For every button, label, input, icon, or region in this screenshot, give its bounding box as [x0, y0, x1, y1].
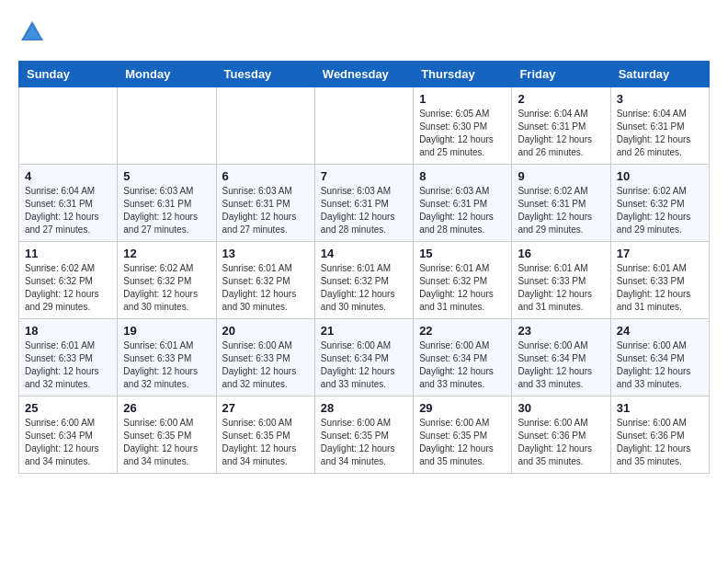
day-number: 21 [321, 324, 407, 338]
calendar-cell: 10Sunrise: 6:02 AM Sunset: 6:32 PM Dayli… [610, 165, 709, 242]
calendar-cell [19, 87, 118, 165]
calendar-cell: 11Sunrise: 6:02 AM Sunset: 6:32 PM Dayli… [19, 242, 118, 319]
day-info: Sunrise: 6:03 AM Sunset: 6:31 PM Dayligh… [222, 185, 309, 236]
day-info: Sunrise: 6:03 AM Sunset: 6:31 PM Dayligh… [419, 185, 506, 236]
calendar-cell: 31Sunrise: 6:00 AM Sunset: 6:36 PM Dayli… [610, 396, 709, 474]
calendar-table: SundayMondayTuesdayWednesdayThursdayFrid… [18, 61, 710, 474]
day-info: Sunrise: 6:01 AM Sunset: 6:32 PM Dayligh… [222, 262, 309, 314]
day-number: 23 [518, 324, 604, 338]
day-number: 15 [419, 247, 506, 260]
calendar-cell: 22Sunrise: 6:00 AM Sunset: 6:34 PM Dayli… [414, 319, 512, 396]
day-info: Sunrise: 6:00 AM Sunset: 6:36 PM Dayligh… [617, 417, 703, 468]
day-number: 26 [123, 401, 210, 415]
calendar-cell: 4Sunrise: 6:04 AM Sunset: 6:31 PM Daylig… [19, 165, 118, 242]
calendar-cell [118, 87, 216, 165]
day-number: 14 [321, 247, 407, 260]
logo-icon [18, 18, 46, 46]
calendar-header-wednesday: Wednesday [314, 62, 413, 87]
logo [18, 18, 50, 46]
day-number: 12 [123, 247, 210, 260]
day-info: Sunrise: 6:00 AM Sunset: 6:34 PM Dayligh… [321, 339, 407, 391]
calendar-cell [216, 87, 314, 165]
calendar-cell: 23Sunrise: 6:00 AM Sunset: 6:34 PM Dayli… [512, 319, 610, 396]
day-info: Sunrise: 6:00 AM Sunset: 6:35 PM Dayligh… [321, 417, 407, 468]
day-number: 29 [419, 401, 506, 415]
calendar-cell: 25Sunrise: 6:00 AM Sunset: 6:34 PM Dayli… [19, 396, 118, 474]
calendar-header-row: SundayMondayTuesdayWednesdayThursdayFrid… [19, 62, 710, 87]
calendar-cell: 26Sunrise: 6:00 AM Sunset: 6:35 PM Dayli… [118, 396, 216, 474]
calendar-cell: 13Sunrise: 6:01 AM Sunset: 6:32 PM Dayli… [216, 242, 314, 319]
calendar-cell: 20Sunrise: 6:00 AM Sunset: 6:33 PM Dayli… [216, 319, 314, 396]
calendar-cell: 17Sunrise: 6:01 AM Sunset: 6:33 PM Dayli… [610, 242, 709, 319]
day-info: Sunrise: 6:02 AM Sunset: 6:32 PM Dayligh… [617, 185, 703, 236]
day-number: 5 [123, 169, 210, 183]
calendar-week-5: 25Sunrise: 6:00 AM Sunset: 6:34 PM Dayli… [19, 396, 710, 474]
calendar-cell: 9Sunrise: 6:02 AM Sunset: 6:31 PM Daylig… [512, 165, 610, 242]
day-info: Sunrise: 6:04 AM Sunset: 6:31 PM Dayligh… [617, 108, 703, 159]
day-info: Sunrise: 6:04 AM Sunset: 6:31 PM Dayligh… [518, 108, 604, 159]
calendar-header-saturday: Saturday [610, 62, 709, 87]
calendar-header-friday: Friday [512, 62, 610, 87]
day-number: 7 [321, 169, 407, 183]
calendar-week-1: 1Sunrise: 6:05 AM Sunset: 6:30 PM Daylig… [19, 87, 710, 165]
calendar-cell: 21Sunrise: 6:00 AM Sunset: 6:34 PM Dayli… [314, 319, 413, 396]
calendar-cell: 29Sunrise: 6:00 AM Sunset: 6:35 PM Dayli… [414, 396, 512, 474]
day-info: Sunrise: 6:01 AM Sunset: 6:32 PM Dayligh… [419, 262, 506, 314]
day-number: 18 [25, 324, 111, 338]
day-number: 31 [617, 401, 703, 415]
calendar-header-tuesday: Tuesday [216, 62, 314, 87]
day-info: Sunrise: 6:00 AM Sunset: 6:33 PM Dayligh… [222, 339, 309, 391]
day-info: Sunrise: 6:00 AM Sunset: 6:34 PM Dayligh… [518, 339, 604, 391]
calendar-week-3: 11Sunrise: 6:02 AM Sunset: 6:32 PM Dayli… [19, 242, 710, 319]
calendar-header-monday: Monday [118, 62, 216, 87]
calendar-cell: 12Sunrise: 6:02 AM Sunset: 6:32 PM Dayli… [118, 242, 216, 319]
calendar-week-2: 4Sunrise: 6:04 AM Sunset: 6:31 PM Daylig… [19, 165, 710, 242]
calendar-cell: 14Sunrise: 6:01 AM Sunset: 6:32 PM Dayli… [314, 242, 413, 319]
day-number: 27 [222, 401, 309, 415]
day-number: 16 [518, 247, 604, 260]
day-info: Sunrise: 6:00 AM Sunset: 6:35 PM Dayligh… [419, 417, 506, 468]
day-info: Sunrise: 6:01 AM Sunset: 6:33 PM Dayligh… [123, 339, 210, 391]
day-number: 4 [25, 169, 111, 183]
day-info: Sunrise: 6:03 AM Sunset: 6:31 PM Dayligh… [123, 185, 210, 236]
calendar-cell: 3Sunrise: 6:04 AM Sunset: 6:31 PM Daylig… [610, 87, 709, 165]
day-info: Sunrise: 6:03 AM Sunset: 6:31 PM Dayligh… [321, 185, 407, 236]
day-number: 2 [518, 92, 604, 106]
day-number: 3 [617, 92, 703, 106]
day-info: Sunrise: 6:04 AM Sunset: 6:31 PM Dayligh… [25, 185, 111, 236]
calendar-header-thursday: Thursday [414, 62, 512, 87]
day-number: 19 [123, 324, 210, 338]
day-number: 13 [222, 247, 309, 260]
calendar-cell: 1Sunrise: 6:05 AM Sunset: 6:30 PM Daylig… [414, 87, 512, 165]
day-number: 9 [518, 169, 604, 183]
day-number: 6 [222, 169, 309, 183]
day-info: Sunrise: 6:00 AM Sunset: 6:36 PM Dayligh… [518, 417, 604, 468]
day-info: Sunrise: 6:00 AM Sunset: 6:35 PM Dayligh… [123, 417, 210, 468]
calendar-header-sunday: Sunday [19, 62, 118, 87]
day-info: Sunrise: 6:00 AM Sunset: 6:34 PM Dayligh… [25, 417, 111, 468]
day-number: 8 [419, 169, 506, 183]
day-info: Sunrise: 6:02 AM Sunset: 6:31 PM Dayligh… [518, 185, 604, 236]
calendar-week-4: 18Sunrise: 6:01 AM Sunset: 6:33 PM Dayli… [19, 319, 710, 396]
day-number: 20 [222, 324, 309, 338]
day-number: 22 [419, 324, 506, 338]
day-info: Sunrise: 6:01 AM Sunset: 6:33 PM Dayligh… [25, 339, 111, 391]
day-number: 17 [617, 247, 703, 260]
day-number: 10 [617, 169, 703, 183]
day-info: Sunrise: 6:00 AM Sunset: 6:35 PM Dayligh… [222, 417, 309, 468]
day-info: Sunrise: 6:00 AM Sunset: 6:34 PM Dayligh… [617, 339, 703, 391]
day-number: 1 [419, 92, 506, 106]
day-info: Sunrise: 6:05 AM Sunset: 6:30 PM Dayligh… [419, 108, 506, 159]
day-info: Sunrise: 6:01 AM Sunset: 6:33 PM Dayligh… [518, 262, 604, 314]
calendar-cell: 30Sunrise: 6:00 AM Sunset: 6:36 PM Dayli… [512, 396, 610, 474]
day-number: 30 [518, 401, 604, 415]
day-info: Sunrise: 6:02 AM Sunset: 6:32 PM Dayligh… [25, 262, 111, 314]
day-number: 24 [617, 324, 703, 338]
day-info: Sunrise: 6:00 AM Sunset: 6:34 PM Dayligh… [419, 339, 506, 391]
calendar-cell: 6Sunrise: 6:03 AM Sunset: 6:31 PM Daylig… [216, 165, 314, 242]
calendar-cell: 2Sunrise: 6:04 AM Sunset: 6:31 PM Daylig… [512, 87, 610, 165]
calendar-cell: 16Sunrise: 6:01 AM Sunset: 6:33 PM Dayli… [512, 242, 610, 319]
day-number: 28 [321, 401, 407, 415]
day-info: Sunrise: 6:01 AM Sunset: 6:33 PM Dayligh… [617, 262, 703, 314]
calendar-cell: 8Sunrise: 6:03 AM Sunset: 6:31 PM Daylig… [414, 165, 512, 242]
